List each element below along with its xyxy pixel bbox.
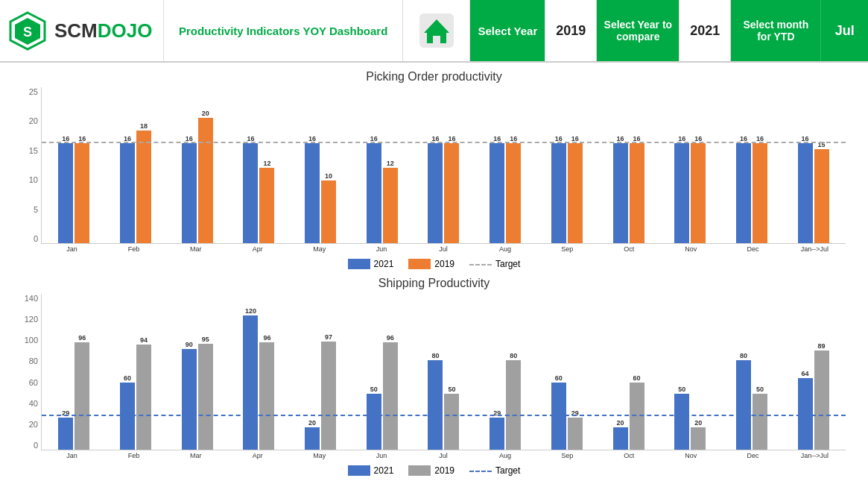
chart2-bar-group: 6029 [536,294,598,450]
bar-rect-2021 [367,143,381,243]
x-label: Apr [226,245,288,253]
bar-value-2021-s: 20 [308,419,316,427]
bar-2021: 16 [182,135,197,243]
bar-2019: 12 [259,160,274,243]
chart1-bar-group: 1616 [413,87,475,243]
bar-value-2019-s: 50 [448,386,455,393]
home-button[interactable] [403,0,470,61]
x-label-s: Feb [103,452,165,459]
x-label-s: Jun [350,452,412,459]
chart1-title: Picking Order productivity [15,70,853,84]
bar-value-2021: 16 [308,135,316,142]
bar-2019-s: 50 [753,386,767,450]
bar-2019-s: 94 [136,336,151,450]
bar-rect-2021-s [367,394,381,450]
bar-rect-2019 [75,143,89,243]
bar-2021: 16 [120,135,135,243]
chart2-wrapper: 140 120 100 80 60 40 20 0 29966094909512… [15,294,853,459]
bar-value-2019: 18 [140,122,148,130]
bar-value-2019-s: 60 [633,374,641,382]
chart1-x-labels: JanFebMarAprMayJunJulAugSepOctNovDecJan-… [41,244,846,253]
chart1-bar-group: 1620 [166,87,228,243]
bar-value-2021-s: 60 [124,374,131,382]
x-label: Nov [660,245,722,253]
bar-value-2019: 16 [448,135,455,142]
bar-2021-s: 120 [243,307,258,450]
x-label: Mar [165,245,226,253]
bar-rect-2019 [321,180,336,243]
x-label-s: Jan [41,452,103,459]
x-label-s: Dec [722,452,784,459]
bar-2019: 16 [506,135,521,243]
bar-value-2019-s: 50 [756,386,764,393]
bar-2019: 16 [75,135,89,243]
bar-2021: 16 [367,135,381,243]
x-label: Dec [722,245,784,253]
bar-2021-s: 80 [736,352,751,450]
x-label: May [288,245,350,253]
bar-2019-s: 97 [321,333,336,450]
bar-value-2019-s: 97 [325,333,332,341]
select-compare-label[interactable]: Select Year to compare [597,0,679,61]
compare-year[interactable]: 2021 [679,0,731,61]
bar-rect-2019-s [136,345,151,450]
chart1-bar-group: 1616 [659,87,721,243]
legend2-gray-swatch [408,465,431,476]
bar-2021-s: 60 [551,374,566,450]
bar-rect-2021 [305,143,320,243]
chart2-x-labels: JanFebMarAprMayJunJulAugSepOctNovDecJan-… [41,450,846,459]
bar-2019-s: 50 [444,386,459,450]
bar-rect-2021 [182,143,197,243]
chart1-bar-group: 1616 [536,87,598,243]
bar-2019-s: 80 [506,352,521,450]
bar-rect-2021 [736,143,751,243]
chart1-bar-group: 1612 [228,87,290,243]
select-month-label[interactable]: Select month for YTD [731,0,820,61]
bar-value-2021: 16 [247,135,254,142]
bar-rect-2021 [58,143,73,243]
legend2-target: Target [469,465,520,476]
svg-text:S: S [23,25,32,40]
bar-rect-2021-s [243,315,258,450]
bar-rect-2019 [198,118,213,243]
bar-2019-s: 96 [75,334,89,450]
selected-month[interactable]: Jul [820,0,868,61]
bar-2019: 16 [630,135,644,243]
charts-container: Picking Order productivity 25 20 15 10 5… [0,63,868,481]
bar-2019-s: 60 [630,374,644,450]
chart1-bar-group: 1610 [290,87,352,243]
legend2-blue-swatch [348,465,370,476]
bar-rect-2021-s [305,427,320,450]
legend-orange-swatch [408,259,431,269]
chart2-target-line [42,415,846,416]
x-label-s: Apr [226,452,288,459]
selected-year[interactable]: 2019 [545,0,597,61]
chart2-bar-group: 9095 [166,294,228,450]
select-year-label[interactable]: Select Year [470,0,545,61]
bar-rect-2019-s [75,342,89,450]
bar-2021: 16 [613,135,628,243]
bar-value-2019-s: 20 [694,419,702,427]
chart1-bar-group: 1616 [721,87,783,243]
legend-blue-swatch [348,259,370,269]
bar-2019-s: 96 [259,334,274,450]
bar-rect-2019-s [444,394,459,450]
logo-section: S SCMDOJO [0,0,164,61]
x-label-s: Mar [165,452,226,459]
bar-rect-2019 [444,143,459,243]
bar-rect-2019-s [383,342,398,450]
bar-rect-2021-s [490,418,504,450]
picking-order-chart: Picking Order productivity 25 20 15 10 5… [15,70,853,269]
legend2-target-label: Target [495,465,520,476]
chart1-bars: 1616161816201612161016121616161616161616… [42,87,846,243]
bar-2019-s: 95 [198,336,213,450]
bar-2019: 16 [444,135,459,243]
chart2-bar-group: 8050 [721,294,783,450]
bar-2021-s: 50 [674,386,689,450]
bar-2019-s: 96 [383,334,398,450]
x-label-s: Aug [475,452,536,459]
bar-value-2021: 16 [678,135,685,142]
legend-dashed-swatch [469,264,492,265]
bar-2019-s: 20 [691,419,706,450]
bar-rect-2019-s [506,360,521,450]
